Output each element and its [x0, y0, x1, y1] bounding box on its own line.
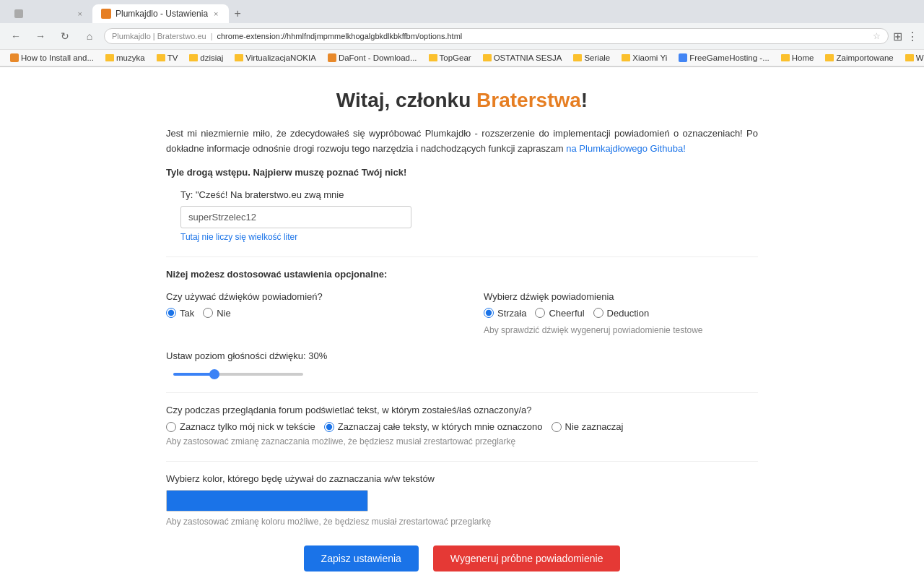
bookmark-label: Home — [792, 53, 814, 62]
color-picker-wrap[interactable] — [166, 490, 368, 512]
bookmark-label: TV — [167, 53, 178, 62]
highlight-nick-option[interactable]: Zaznacz tylko mój nick w tekście — [166, 421, 315, 432]
forward-button[interactable]: → — [30, 26, 51, 46]
choose-sound-label: Wybierz dźwięk powiadomienia — [484, 291, 758, 302]
sound-cheerful-radio[interactable] — [535, 308, 545, 318]
bookmark-item[interactable]: FreeGameHosting -... — [674, 52, 774, 64]
volume-section: Ustaw poziom głośności dźwięku: 30% — [166, 350, 758, 378]
highlight-question: Czy podczas przeglądania forum podświetl… — [166, 405, 758, 415]
refresh-button[interactable]: ↻ — [55, 26, 75, 46]
sound-deduction-radio[interactable] — [593, 308, 603, 318]
tab-favicon — [14, 9, 23, 18]
sound-yes-option[interactable]: Tak — [166, 308, 194, 319]
divider3 — [166, 461, 758, 462]
sound-cheerful-option[interactable]: Cheerful — [535, 308, 584, 319]
tab-active[interactable]: Plumkajdlo - Ustawienia × — [92, 4, 229, 23]
sound-test-hint: Aby sprawdzić dźwięk wygeneruj powiadomi… — [484, 324, 758, 337]
bookmark-item[interactable]: Seriale — [569, 52, 614, 64]
bookmark-favicon — [483, 54, 492, 61]
back-button[interactable]: ← — [6, 26, 26, 46]
nick-label: Ty: "Cześć! Na braterstwo.eu zwą mnie — [180, 189, 758, 200]
toolbar-icon-1[interactable]: ⊞ — [893, 30, 902, 43]
save-button[interactable]: Zapisz ustawienia — [304, 545, 419, 571]
highlight-none-label: Nie zaznaczaj — [565, 421, 624, 432]
title-end: ! — [581, 89, 588, 111]
nick-hint: Tutaj nie liczy się wielkość liter — [180, 232, 758, 242]
bookmark-favicon — [157, 54, 165, 61]
bookmark-favicon — [825, 54, 834, 61]
bookmark-favicon — [781, 54, 790, 61]
star-icon[interactable]: ☆ — [873, 31, 881, 41]
address-url[interactable]: chrome-extension://hhmlfndjmpmmelkhogalg… — [217, 32, 869, 40]
generate-notification-button[interactable]: Wygeneruj próbne powiadomienie — [433, 545, 621, 571]
bookmark-label: VirtualizacjaNOKIA — [245, 53, 316, 62]
nick-input[interactable] — [180, 206, 411, 228]
bookmark-label: Zaimportowane — [836, 53, 893, 62]
sound-options-row: Czy używać dźwięków powiadomień? Tak Nie… — [166, 291, 758, 337]
title-highlight: Braterstwa — [476, 89, 581, 111]
sound-no-radio[interactable] — [203, 308, 213, 318]
bookmark-favicon — [105, 54, 114, 61]
sound-deduction-option[interactable]: Deduction — [593, 308, 650, 319]
bookmark-item[interactable]: VirtualizacjaNOKIA — [230, 52, 321, 64]
tab-bar: × Plumkajdlo - Ustawienia × + — [0, 0, 924, 23]
highlight-all-radio[interactable] — [324, 422, 334, 432]
title-normal: Witaj, członku — [336, 89, 476, 111]
bookmark-item[interactable]: Xiaomi Yi — [617, 52, 671, 64]
bookmark-favicon — [905, 54, 914, 61]
color-label: Wybierz kolor, którego będę używał do za… — [166, 473, 758, 484]
highlight-nick-radio[interactable] — [166, 422, 176, 432]
new-tab-button[interactable]: + — [229, 4, 247, 23]
tab-close-inactive[interactable]: × — [77, 9, 84, 18]
toolbar-icon-2[interactable]: ⋮ — [907, 30, 918, 43]
bookmark-item[interactable]: TV — [152, 52, 183, 64]
bookmark-label: Xiaomi Yi — [632, 53, 667, 62]
bookmark-item[interactable]: dzisiaj — [185, 52, 227, 64]
bookmark-item[interactable]: muzyka — [101, 52, 149, 64]
volume-slider-wrap — [173, 367, 758, 378]
bookmark-label: Seriale — [584, 53, 610, 62]
bookmark-item[interactable]: Zaimportowane — [821, 52, 897, 64]
sound-strzala-option[interactable]: Strzała — [484, 308, 526, 319]
use-sound-group: Czy używać dźwięków powiadomień? Tak Nie — [166, 291, 440, 319]
bookmark-label: dzisiaj — [200, 53, 223, 62]
tab-close-active[interactable]: × — [212, 9, 219, 18]
bookmark-item[interactable]: Home — [777, 52, 819, 64]
bookmark-favicon — [328, 53, 336, 62]
volume-slider[interactable] — [173, 373, 303, 376]
page-title: Witaj, członku Braterstwa! — [166, 89, 758, 112]
highlight-none-option[interactable]: Nie zaznaczaj — [552, 421, 624, 432]
sound-no-label: Nie — [217, 308, 231, 319]
sound-yes-radio[interactable] — [166, 308, 176, 318]
highlight-nick-label: Zaznacz tylko mój nick w tekście — [180, 421, 315, 432]
use-sound-radio-group: Tak Nie — [166, 308, 440, 319]
highlight-none-radio[interactable] — [552, 422, 562, 432]
page-content: Witaj, członku Braterstwa! Jest mi niezm… — [137, 67, 787, 578]
tab-inactive[interactable]: × — [6, 5, 92, 22]
divider2 — [166, 392, 758, 393]
bookmark-item[interactable]: TopGear — [424, 52, 476, 64]
bookmark-item[interactable]: WIT. I APK. INT. — [901, 52, 924, 64]
nick-section: Ty: "Cześć! Na braterstwo.eu zwą mnie Tu… — [180, 189, 758, 242]
highlight-section: Czy podczas przeglądania forum podświetl… — [166, 405, 758, 447]
volume-label: Ustaw poziom głośności dźwięku: 30% — [166, 350, 758, 361]
sound-cheerful-label: Cheerful — [549, 308, 584, 319]
bookmark-label: OSTATNIA SESJA — [494, 53, 562, 62]
bookmark-item[interactable]: OSTATNIA SESJA — [479, 52, 567, 64]
bookmark-item[interactable]: DaFont - Download... — [323, 52, 422, 64]
tab-active-favicon — [101, 9, 111, 19]
bookmark-favicon — [679, 53, 687, 62]
bookmark-label: muzyka — [116, 53, 145, 62]
sound-deduction-label: Deduction — [607, 308, 650, 319]
sound-yes-label: Tak — [180, 308, 194, 319]
highlight-all-option[interactable]: Zaznaczaj całe teksty, w których mnie oz… — [324, 421, 543, 432]
github-link[interactable]: na Plumkajdłowego Githuba! — [566, 143, 686, 154]
sound-strzala-radio[interactable] — [484, 308, 494, 318]
bookmark-label: DaFont - Download... — [339, 53, 417, 62]
home-button[interactable]: ⌂ — [79, 26, 100, 46]
options-title: Niżej możesz dostosować ustawienia opcjo… — [166, 269, 758, 280]
sound-no-option[interactable]: Nie — [203, 308, 231, 319]
bookmark-item[interactable]: How to Install and... — [6, 52, 98, 64]
toolbar-icons: ⊞ ⋮ — [893, 30, 918, 43]
action-buttons: Zapisz ustawienia Wygeneruj próbne powia… — [166, 545, 758, 571]
